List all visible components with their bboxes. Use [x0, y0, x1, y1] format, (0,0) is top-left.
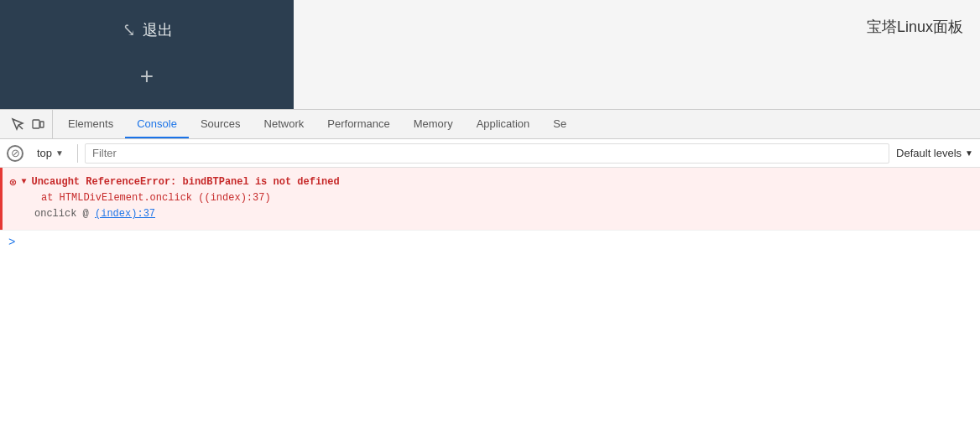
inspect-element-icon[interactable]: [10, 117, 25, 132]
error-expand-icon[interactable]: ▼: [21, 177, 26, 186]
error-circle-icon: ⊗: [9, 175, 16, 190]
tab-performance[interactable]: Performance: [315, 110, 401, 138]
tab-network[interactable]: Network: [253, 110, 316, 138]
console-toolbar: ⊘ top ▼ Default levels ▼: [0, 139, 980, 168]
context-select[interactable]: top ▼: [30, 145, 70, 161]
default-levels-select[interactable]: Default levels ▼: [896, 147, 973, 159]
console-content: ⊗ ▼ Uncaught ReferenceError: bindBTPanel…: [0, 168, 980, 431]
toolbar-divider: [77, 144, 78, 163]
context-arrow-icon: ▼: [55, 148, 64, 158]
error-entry: ⊗ ▼ Uncaught ReferenceError: bindBTPanel…: [0, 168, 980, 230]
error-message: Uncaught ReferenceError: bindBTPanel is …: [31, 174, 339, 190]
devtools-panel: Elements Console Sources Network Perform…: [0, 109, 980, 431]
page-title: 宝塔Linux面板: [867, 17, 963, 37]
default-levels-label: Default levels: [896, 147, 962, 159]
tab-memory[interactable]: Memory: [402, 110, 465, 138]
tab-elements[interactable]: Elements: [56, 110, 125, 138]
clear-console-button[interactable]: ⊘: [7, 145, 23, 162]
tab-application[interactable]: Application: [465, 110, 542, 138]
context-label: top: [37, 147, 52, 159]
tab-security[interactable]: Se: [541, 110, 578, 138]
error-header: ⊗ ▼ Uncaught ReferenceError: bindBTPanel…: [9, 174, 972, 190]
svg-rect-2: [40, 122, 44, 127]
toolbar-icons: [3, 110, 53, 138]
sidebar-logout[interactable]: ⤥ 退出: [122, 20, 173, 40]
top-area: ⤥ 退出 + 宝塔Linux面板: [0, 0, 980, 109]
tab-console[interactable]: Console: [125, 110, 189, 138]
svg-line-0: [18, 125, 23, 129]
device-toggle-icon[interactable]: [30, 117, 45, 132]
error-onclick-line: onclick @ (index):37: [34, 206, 972, 222]
svg-rect-1: [33, 120, 39, 128]
logout-icon: ⤥: [122, 20, 136, 40]
prompt-arrow-icon: >: [8, 236, 15, 249]
devtools-toolbar: Elements Console Sources Network Perform…: [0, 109, 980, 139]
console-prompt[interactable]: >: [0, 230, 980, 254]
levels-arrow-icon: ▼: [965, 148, 973, 158]
error-stack-line: at HTMLDivElement.onclick ((index):37): [41, 190, 972, 206]
add-button[interactable]: +: [140, 63, 154, 90]
clear-icon: ⊘: [11, 148, 20, 158]
devtools-tabs: Elements Console Sources Network Perform…: [56, 110, 578, 138]
filter-input[interactable]: [85, 143, 889, 164]
error-link[interactable]: (index):37: [95, 208, 155, 220]
logout-label: 退出: [143, 20, 173, 40]
tab-sources[interactable]: Sources: [189, 110, 253, 138]
main-top: 宝塔Linux面板: [294, 0, 980, 109]
sidebar-top: ⤥ 退出 +: [0, 0, 294, 109]
